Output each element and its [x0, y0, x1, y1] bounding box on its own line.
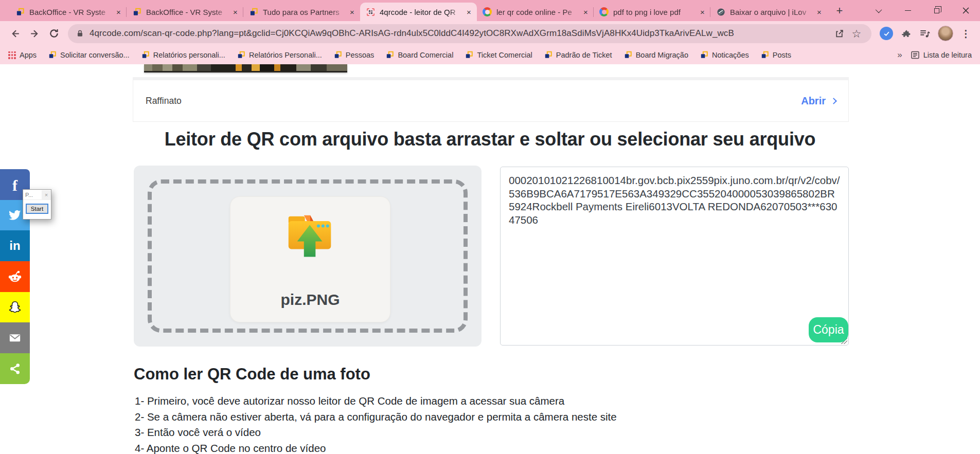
bookmark-favicon-icon — [700, 51, 708, 59]
tabs-container: BackOffice - VR Syste × BackOffice - VR … — [10, 3, 827, 21]
vr-systems-favicon-icon — [249, 7, 258, 16]
tab-4qrcode-active[interactable]: 4qrcode - leitor de QR × — [360, 3, 477, 21]
bookmark-favicon-icon — [237, 51, 245, 59]
bookmark-solicitar-conversao[interactable]: Solicitar conversão... — [48, 51, 130, 59]
uploaded-file-card[interactable]: piz.PNG — [230, 197, 390, 322]
bookmark-board-comercial[interactable]: Board Comercial — [386, 51, 453, 59]
reddit-share-button[interactable] — [0, 261, 30, 292]
apps-grid-icon — [8, 51, 16, 59]
check-extension-icon[interactable] — [880, 27, 893, 40]
profile-avatar[interactable] — [938, 26, 953, 41]
bookmark-label: Board Migração — [636, 51, 688, 59]
more-share-button[interactable] — [0, 353, 30, 384]
reddit-icon — [7, 269, 23, 284]
linkedin-icon: in — [9, 239, 20, 253]
bookmark-posts[interactable]: Posts — [761, 51, 791, 59]
bookmark-favicon-icon — [761, 51, 769, 59]
browser-toolbar: 4qrcode.com/scan-qr-code.php?lang=pt&gcl… — [0, 21, 980, 46]
restore-button[interactable] — [922, 0, 951, 21]
tab-close-icon[interactable]: × — [230, 7, 240, 17]
media-playlist-icon[interactable] — [919, 28, 930, 39]
bookmark-relatorios-personali-2[interactable]: Relatórios Personali... — [237, 51, 322, 59]
tab-backoffice-1[interactable]: BackOffice - VR Syste × — [10, 3, 127, 21]
tab-title: BackOffice - VR Syste — [146, 8, 230, 16]
bookmark-label: Relatórios personali... — [153, 51, 225, 59]
reading-list-label: Lista de leitura — [923, 51, 972, 59]
email-share-button[interactable] — [0, 322, 30, 353]
tab-strip: BackOffice - VR Syste × BackOffice - VR … — [0, 0, 980, 21]
bookmark-favicon-icon — [465, 51, 473, 59]
step-1: 1- Primeiro, você deve autorizar nosso l… — [135, 393, 617, 409]
back-button[interactable] — [5, 24, 25, 43]
partial-photo-strip — [144, 64, 347, 72]
linkedin-share-button[interactable]: in — [0, 230, 30, 261]
bookmark-star-icon[interactable]: ☆ — [848, 25, 865, 42]
tab-close-icon[interactable]: × — [464, 7, 474, 17]
tab-close-icon[interactable]: × — [581, 7, 591, 17]
tab-close-icon[interactable]: × — [347, 7, 357, 17]
abrir-link[interactable]: Abrir — [801, 95, 836, 107]
lock-icon[interactable] — [76, 29, 84, 38]
tab-search-chevron-icon[interactable] — [865, 0, 894, 21]
copy-button[interactable]: Cópia — [809, 317, 848, 342]
reading-list-icon — [911, 50, 920, 60]
tab-title: ler qr code online - Pe — [496, 8, 581, 16]
page-title: Leitor de QR com arquivo basta arrastar … — [0, 129, 980, 150]
mini-dialog-window[interactable]: P... × Start — [23, 189, 51, 220]
file-name: piz.PNG — [230, 291, 390, 308]
share-icon[interactable] — [830, 25, 848, 42]
tab-backoffice-2[interactable]: BackOffice - VR Syste × — [127, 3, 243, 21]
reading-list-button[interactable]: Lista de leitura — [911, 50, 972, 60]
mini-dialog-titlebar: P... × — [23, 190, 51, 200]
snapchat-share-button[interactable] — [0, 292, 30, 323]
file-dropzone[interactable]: piz.PNG — [134, 166, 482, 347]
new-tab-button[interactable]: + — [831, 3, 848, 19]
decoded-result-textarea[interactable]: 00020101021226810014br.gov.bcb.pix2559pi… — [500, 167, 849, 346]
bookmark-label: Padrão de Ticket — [556, 51, 612, 59]
tab-title: Tudo para os Partners — [263, 8, 347, 16]
tab-ler-qr-code[interactable]: ler qr code online - Pe × — [477, 3, 594, 21]
share-nodes-icon — [8, 362, 22, 375]
bookmark-relatorios-personali-1[interactable]: Relatórios personali... — [141, 51, 225, 59]
address-bar[interactable]: 4qrcode.com/scan-qr-code.php?lang=pt&gcl… — [68, 24, 871, 43]
bookmarks-right-group: » Lista de leitura — [897, 50, 972, 60]
bookmark-favicon-icon — [544, 51, 553, 59]
vr-systems-favicon-icon — [132, 7, 141, 16]
bookmark-noticacoes[interactable]: Noticações — [700, 51, 749, 59]
tab-close-icon[interactable]: × — [114, 7, 123, 17]
bookmark-padrao-de-ticket[interactable]: Padrão de Ticket — [544, 51, 612, 59]
step-2: 2- Se a câmera não estiver aberta, vá pa… — [135, 409, 617, 425]
bookmark-board-migracao[interactable]: Board Migração — [624, 51, 688, 59]
refresh-button[interactable] — [44, 24, 64, 43]
tab-close-icon[interactable]: × — [814, 7, 824, 17]
bookmark-pessoas[interactable]: Pessoas — [334, 51, 375, 59]
google-favicon-icon — [483, 7, 492, 16]
bookmarks-overflow-icon[interactable]: » — [897, 50, 902, 60]
bookmark-ticket-comercial[interactable]: Ticket Comercial — [465, 51, 532, 59]
tab-tudo-partners[interactable]: Tudo para os Partners × — [243, 3, 360, 21]
upload-folder-icon — [279, 211, 342, 263]
bookmark-favicon-icon — [48, 51, 57, 59]
tab-close-icon[interactable]: × — [698, 7, 707, 17]
start-button[interactable]: Start — [26, 204, 48, 214]
chevron-right-icon — [830, 98, 837, 104]
minimize-button[interactable] — [894, 0, 922, 21]
kebab-menu-icon[interactable]: ⋮ — [961, 28, 971, 40]
apps-shortcut[interactable]: Apps — [8, 51, 37, 59]
bookmark-favicon-icon — [624, 51, 632, 59]
decoded-result-wrap: 00020101021226810014br.gov.bcb.pix2559pi… — [500, 167, 849, 346]
extensions-puzzle-icon[interactable] — [901, 28, 912, 39]
forward-button[interactable] — [25, 24, 44, 43]
result-title: Raffinato — [146, 96, 182, 106]
tab-title: pdf to png i love pdf — [613, 8, 698, 16]
abrir-label: Abrir — [801, 95, 826, 107]
tab-baixar-arquivo[interactable]: Baixar o arquivo | iLov × — [710, 3, 827, 21]
tab-pdf-to-png[interactable]: pdf to png i love pdf × — [594, 3, 710, 21]
bookmark-label: Apps — [20, 51, 37, 59]
bookmark-label: Ticket Comercial — [477, 51, 532, 59]
close-icon[interactable]: × — [42, 190, 51, 199]
url-text[interactable]: 4qrcode.com/scan-qr-code.php?lang=pt&gcl… — [90, 28, 830, 39]
twitter-icon — [8, 209, 22, 222]
window-close-button[interactable] — [951, 0, 980, 21]
bookmark-favicon-icon — [386, 51, 394, 59]
